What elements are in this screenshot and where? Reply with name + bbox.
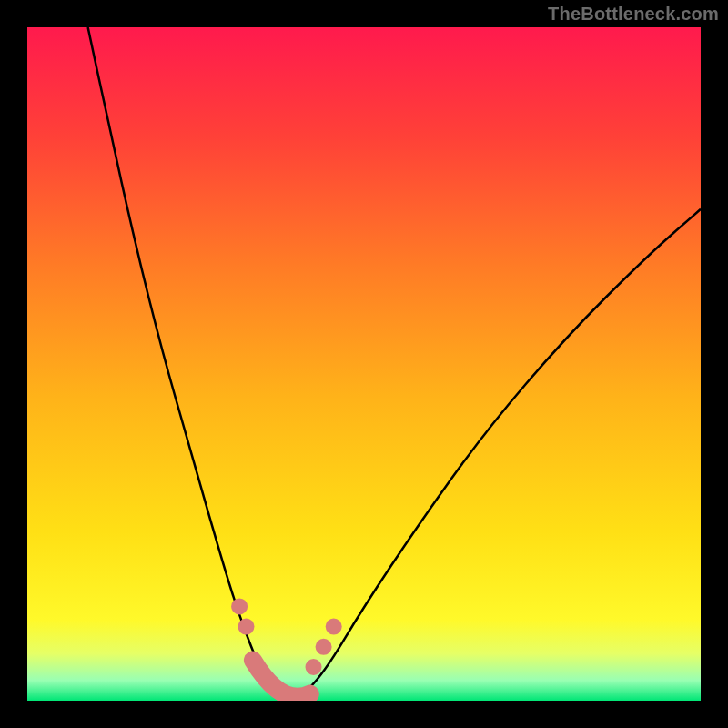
bottleneck-curve (88, 27, 701, 701)
curve-marker (231, 598, 248, 614)
curve-marker (238, 619, 255, 635)
chart-frame: TheBottleneck.com (0, 0, 728, 728)
curve-marker (316, 639, 332, 655)
plot-area (27, 27, 701, 701)
attribution-text: TheBottleneck.com (548, 4, 719, 25)
optimum-band (253, 661, 310, 697)
curve-marker (326, 619, 342, 635)
curve-marker (306, 659, 322, 675)
chart-svg (27, 27, 701, 701)
